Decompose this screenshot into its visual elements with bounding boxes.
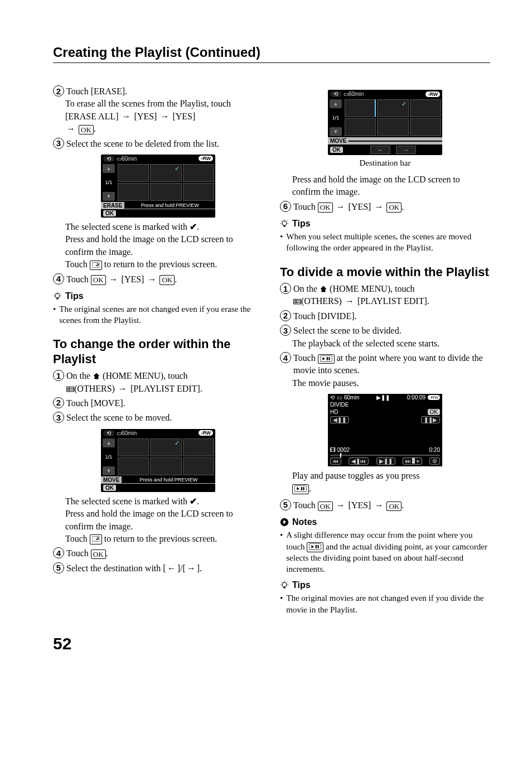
clip-index: 🎞 0002 [330,447,350,453]
step-2-num: 2 [53,85,64,97]
r6-c: . [402,202,404,211]
step-3-text: Select the scene to be deleted from the … [66,138,219,150]
disc-type-badge: -RW [199,430,213,436]
arrow-left-icon: ← [166,563,177,573]
return-icon: ⟲ [103,156,114,162]
step-2-detail-c: [YES] [170,112,195,121]
step-3-num: 3 [53,138,64,149]
battery-icon: ▭ [117,156,122,162]
ok-button: OK [103,485,116,491]
after3-d1: Touch [65,259,90,269]
arrow-icon: → [159,112,170,121]
thumb [150,457,181,475]
d-step-4-num: 4 [280,352,291,363]
down-button: ▼ [330,127,342,136]
bullet: • [280,592,283,615]
hint-blank [349,141,442,142]
disc-type-badge: -RW [199,156,213,161]
page-indicator: 1/1 [332,115,340,120]
move-dest-screenshot: ⟲▭ 60min-RW ▲1/1▼ MOVE OK←→ [328,90,442,155]
d-after-b: . [309,484,311,493]
bullet: • [280,231,283,254]
step-4-c: . [175,274,177,284]
options-button: ⚙ [429,457,440,465]
c1-a: On the [66,371,93,380]
home-icon [320,285,327,293]
d4-a: Touch [293,353,318,363]
timecode: 0:00:09 [407,394,425,401]
divide-screenshot: ⟲▭60min▶❚❚0:00:09 -RW DIVIDE HDOK ◀❚❚❚❚▶… [328,394,442,466]
bullet: • [53,303,56,326]
ok-button-ref: OK [91,549,106,560]
tip2: The original movies are not changed even… [286,592,490,615]
home-icon [93,372,100,380]
up-button: ▲ [103,164,115,173]
step-2-text: Touch [ERASE]. [66,85,127,98]
arrow-icon: → [344,296,355,306]
arrow-icon: → [335,202,346,211]
frame-back-button: ◀❚❚ [330,416,349,423]
step-2-detail-d: . [94,124,96,133]
up-button: ▲ [330,99,342,108]
thumb-selected [377,99,408,117]
play-pause-button-ref [292,484,309,494]
d1-b: (HOME MENU), touch [327,284,414,293]
bulb-icon [280,581,289,590]
arrow-icon: → [335,500,346,510]
return-button-ref [90,261,102,271]
afterc3-a: The selected scene is marked with [65,496,190,506]
tips-label: Tips [292,219,311,229]
bulb-icon [280,219,289,228]
c-step-3-num: 3 [53,412,64,423]
note1: A slight difference may occur from the p… [286,529,490,575]
prev-clip-button: ⏮ [330,457,341,465]
arrow-icon: → [146,274,157,284]
left-column: 2 Touch [ERASE]. To erase all the scenes… [53,85,263,618]
afterc3-c: Press and hold the image on the LCD scre… [65,508,263,533]
thumb [150,183,181,201]
d4-c: The movie pauses. [292,377,490,389]
step-4-a: Touch [66,274,91,284]
ok-button-ref: OK [79,125,94,135]
title-rule [53,62,490,63]
ok-button: OK [103,210,116,216]
play-pause-button-ref [307,542,323,552]
after3-c: Press and hold the image on the LCD scre… [65,233,263,258]
arrow-icon: → [65,124,76,133]
r-step-6-num: 6 [280,201,291,212]
c1-d: [PLAYLIST EDIT]. [128,384,202,393]
ok-button-ref: OK [159,275,175,285]
play-pause-icon: ▶❚❚ [376,394,390,401]
thumb-selected [150,164,181,182]
thumb [183,438,214,456]
c5-b: ]/[ [177,563,186,573]
return-button-ref [90,534,102,544]
check-icon: ✔ [190,496,197,506]
tips-label: Tips [65,291,84,301]
mode-label: MOVE [328,137,349,144]
time-remaining: 60min [122,156,137,162]
erase-screenshot: ⟲▭ 60min-RW ▲1/1▼ ERASEPress and hold:PR… [101,155,215,218]
bullet: • [280,529,283,575]
c3: Select the scene to be moved. [66,412,172,424]
thumb [377,118,408,136]
after3-d2: to return to the previous screen. [102,259,217,269]
destination-bar-caption: Destination bar [280,158,490,168]
ok-button-ref: OK [386,202,402,213]
notes-label: Notes [292,517,317,527]
d-after-a: Play and pause toggles as you press [292,471,419,480]
left-arrow-button: ← [370,146,390,154]
r6-b: [YES] [346,202,374,211]
return-icon: ⟲ [330,394,335,401]
others-icon [66,385,74,393]
c2: Touch [MOVE]. [66,397,125,409]
heading-change-order: To change the order within the Playlist [53,337,263,367]
c4-b: . [106,548,108,558]
thumb [410,99,441,117]
hint-text: Press and hold:PREVIEW [122,476,215,483]
frame-fwd-button: ❚❚▶ [421,416,440,423]
d-step-1-num: 1 [280,283,291,294]
after3-a: The selected scene is marked with [65,222,190,232]
right-column: ⟲▭ 60min-RW ▲1/1▼ MOVE OK←→ Destination … [280,85,490,618]
mode-label: ERASE [101,202,124,209]
